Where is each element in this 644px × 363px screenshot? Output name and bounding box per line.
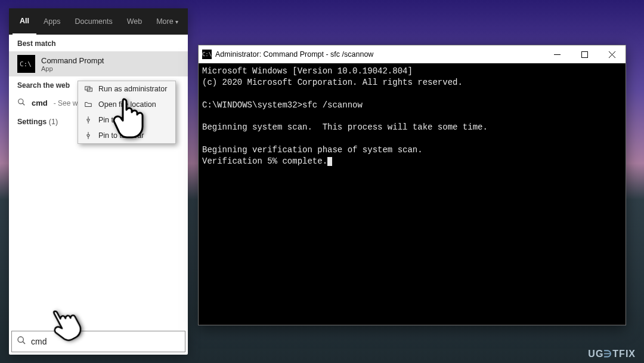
best-match-command-prompt[interactable]: C:\ Command Prompt App bbox=[9, 51, 188, 76]
console-line: C:\WINDOWS\system32>sfc /scannow bbox=[202, 100, 363, 110]
panel-filler bbox=[9, 131, 188, 328]
maximize-button[interactable] bbox=[571, 45, 598, 63]
search-icon bbox=[17, 336, 26, 347]
menu-run-as-administrator[interactable]: Run as administrator bbox=[78, 81, 175, 97]
settings-count: (1) bbox=[49, 118, 58, 126]
settings-label: Settings bbox=[17, 118, 47, 126]
windows-search-panel: All Apps Documents Web More ▾ Best match… bbox=[9, 8, 188, 355]
svg-line-3 bbox=[23, 342, 25, 344]
best-match-subtitle: App bbox=[41, 65, 104, 72]
search-web-left: cmd - See w bbox=[17, 98, 78, 108]
tab-documents[interactable]: Documents bbox=[67, 8, 119, 35]
watermark-mid: ∋ bbox=[603, 349, 612, 359]
watermark-pre: UG bbox=[588, 349, 603, 359]
search-icon bbox=[17, 98, 26, 108]
tab-all[interactable]: All bbox=[13, 8, 36, 35]
window-controls bbox=[543, 45, 626, 63]
svg-rect-5 bbox=[87, 88, 92, 91]
svg-point-2 bbox=[18, 337, 23, 342]
window-title: Administrator: Command Prompt - sfc /sca… bbox=[215, 50, 373, 59]
search-web-hint: - See w bbox=[54, 99, 78, 107]
search-web-query: cmd bbox=[32, 99, 48, 107]
titlebar-left: C:\ Administrator: Command Prompt - sfc … bbox=[202, 50, 373, 59]
best-match-text: Command Prompt App bbox=[41, 56, 104, 72]
console-line: Microsoft Windows [Version 10.0.19042.80… bbox=[202, 66, 413, 76]
console-line: Verification 5% complete. bbox=[202, 156, 327, 166]
console-line: Beginning system scan. This process will… bbox=[202, 122, 488, 132]
tab-apps[interactable]: Apps bbox=[36, 8, 68, 35]
hand-pointer-icon bbox=[112, 96, 147, 139]
svg-point-0 bbox=[18, 99, 23, 104]
tab-more[interactable]: More ▾ bbox=[149, 8, 185, 35]
console-line: Beginning verification phase of system s… bbox=[202, 145, 423, 155]
pin-icon bbox=[84, 131, 92, 140]
search-tabs: All Apps Documents Web More ▾ bbox=[9, 8, 188, 35]
cmd-title-icon: C:\ bbox=[202, 50, 212, 59]
svg-line-1 bbox=[23, 103, 25, 106]
tab-more-label: More bbox=[156, 17, 173, 26]
console-line: (c) 2020 Microsoft Corporation. All righ… bbox=[202, 78, 463, 87]
command-prompt-window: C:\ Administrator: Command Prompt - sfc … bbox=[198, 45, 626, 325]
best-match-label: Best match bbox=[9, 35, 188, 51]
folder-icon bbox=[84, 100, 92, 109]
svg-rect-7 bbox=[581, 51, 587, 57]
command-prompt-icon: C:\ bbox=[17, 55, 35, 73]
menu-run-admin-label: Run as administrator bbox=[98, 85, 167, 93]
close-button[interactable] bbox=[598, 45, 626, 63]
search-input[interactable] bbox=[31, 337, 180, 346]
cursor-icon bbox=[327, 157, 332, 166]
admin-icon bbox=[84, 85, 92, 93]
chevron-down-icon: ▾ bbox=[175, 19, 178, 25]
console-output[interactable]: Microsoft Windows [Version 10.0.19042.80… bbox=[199, 63, 626, 325]
svg-rect-4 bbox=[85, 87, 90, 90]
watermark: UG∋TFIX bbox=[588, 348, 636, 359]
search-box[interactable] bbox=[11, 331, 185, 352]
tab-web[interactable]: Web bbox=[120, 8, 149, 35]
titlebar[interactable]: C:\ Administrator: Command Prompt - sfc … bbox=[199, 45, 626, 63]
pin-icon bbox=[84, 116, 92, 124]
best-match-title: Command Prompt bbox=[41, 56, 104, 65]
watermark-post: TFIX bbox=[612, 349, 636, 359]
minimize-button[interactable] bbox=[543, 45, 571, 63]
